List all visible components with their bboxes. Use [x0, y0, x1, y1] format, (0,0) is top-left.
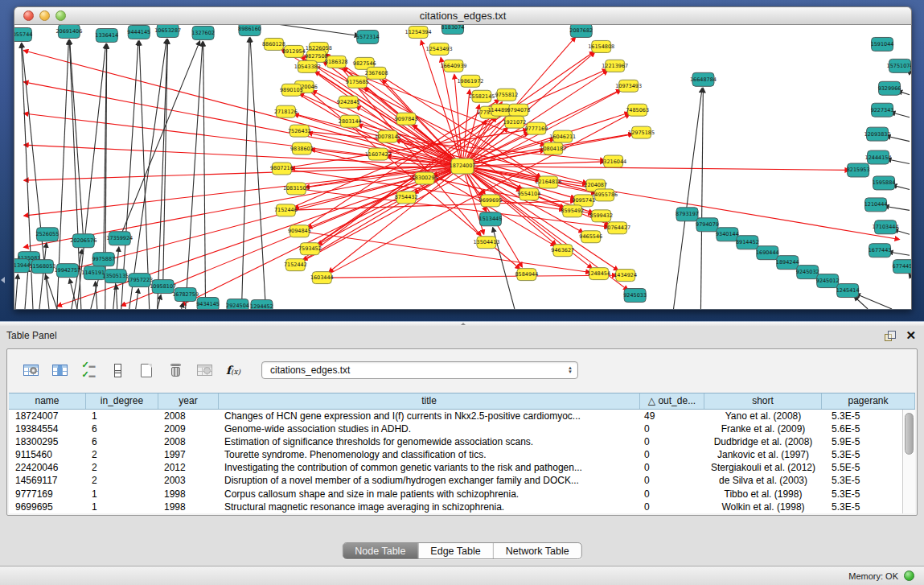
table-cell[interactable]: 2008	[158, 410, 219, 422]
table-cell[interactable]: 2009	[158, 422, 219, 435]
network-node[interactable]: 7152446	[274, 204, 298, 216]
network-node[interactable]: 12093832	[864, 127, 891, 141]
network-node[interactable]: 20206576	[70, 234, 97, 248]
table-cell[interactable]: Changes of HCN gene expression and I(f) …	[219, 410, 640, 422]
table-cell[interactable]: Estimation of significance thresholds fo…	[219, 435, 640, 448]
network-node[interactable]: 8599432	[589, 210, 613, 222]
network-edge[interactable]	[163, 39, 168, 286]
network-edge[interactable]	[322, 275, 616, 278]
network-node[interactable]: 10973493	[615, 80, 642, 92]
network-node[interactable]: 10543382	[294, 60, 321, 72]
network-node[interactable]: 12213967	[602, 60, 628, 72]
network-node[interactable]: 2087682	[569, 25, 593, 37]
table-row[interactable]: 911546021997Tourette syndrome. Phenomeno…	[9, 448, 915, 461]
table-cell[interactable]: 2012	[158, 461, 219, 474]
network-node[interactable]: 18724007	[450, 159, 476, 174]
network-node[interactable]: 9175685	[346, 76, 369, 88]
float-panel-icon[interactable]	[885, 330, 896, 341]
network-node[interactable]: 1245414	[836, 284, 860, 298]
network-node[interactable]: 10831503	[283, 183, 310, 195]
network-node[interactable]: 9794078	[507, 104, 530, 116]
table-cell[interactable]: 1998	[158, 501, 219, 513]
network-node[interactable]: 9242845	[337, 96, 360, 108]
network-node[interactable]: 12975185	[628, 126, 655, 138]
network-node[interactable]: 9465546	[579, 231, 602, 243]
network-node[interactable]: 8793197	[676, 208, 699, 221]
network-node[interactable]: 9554104	[517, 188, 540, 200]
network-node[interactable]: 10804187	[540, 142, 566, 154]
network-edge[interactable]	[24, 51, 462, 167]
network-node[interactable]: 16154808	[588, 40, 614, 52]
network-node[interactable]: 10653287	[154, 25, 181, 37]
table-scrollbar[interactable]	[902, 410, 915, 513]
network-node[interactable]: 12543493	[426, 43, 453, 55]
network-edge[interactable]	[329, 167, 462, 273]
network-node[interactable]: 17103444	[873, 220, 899, 234]
table-row[interactable]: 1872400712008Changes of HCN gene express…	[9, 410, 915, 422]
network-node[interactable]: 11607427	[365, 148, 392, 160]
network-node[interactable]: 1210444	[864, 198, 888, 212]
network-edge[interactable]	[76, 167, 462, 269]
network-node[interactable]: 9094845	[288, 225, 311, 237]
table-cell[interactable]: Franke et al. (2009)	[704, 422, 822, 435]
network-edge[interactable]	[909, 274, 910, 274]
table-cell[interactable]: 18724007	[9, 410, 86, 422]
table-row[interactable]: 2242004622012Investigating the contribut…	[9, 461, 915, 474]
table-cell[interactable]: 5.9E-5	[822, 435, 915, 448]
row-options-icon[interactable]	[105, 360, 129, 381]
network-edge[interactable]	[121, 41, 138, 309]
new-column-icon[interactable]	[134, 360, 158, 381]
network-node[interactable]: 9245033	[623, 289, 647, 303]
table-cell[interactable]: Corpus callosum shape and size in male p…	[219, 488, 640, 501]
network-node[interactable]: 10764427	[604, 222, 630, 234]
table-cell[interactable]: 0	[640, 448, 704, 461]
network-node[interactable]: 5572314	[356, 30, 380, 43]
table-cell[interactable]: 2008	[158, 435, 219, 448]
table-cell[interactable]: 0	[640, 488, 704, 501]
network-node[interactable]: 8584944	[515, 269, 538, 281]
table-row[interactable]: 1938455462009Genome-wide association stu…	[9, 422, 915, 435]
network-node[interactable]: 13505135	[102, 270, 129, 283]
network-node[interactable]: 8595492	[561, 205, 584, 217]
column-header-title[interactable]: title	[219, 393, 640, 409]
network-node[interactable]: 7152442	[284, 259, 307, 271]
table-cell[interactable]: 2	[86, 474, 158, 487]
network-node[interactable]: 1690444	[756, 246, 779, 260]
network-graph[interactable]: 1872400711254394125434931664093919861972…	[14, 25, 911, 309]
network-node[interactable]: 9227343	[871, 103, 894, 117]
network-node[interactable]: 2055744	[14, 27, 32, 41]
network-edge[interactable]	[181, 167, 462, 306]
network-node[interactable]: 8183074	[441, 25, 465, 34]
column-header-short[interactable]: short	[704, 393, 822, 409]
network-edge[interactable]	[182, 303, 183, 309]
network-node[interactable]: 9838602	[290, 142, 314, 154]
network-node[interactable]: 1336414	[95, 28, 118, 42]
network-node[interactable]: 1434924	[614, 270, 637, 282]
network-node[interactable]: 20691406	[55, 25, 82, 38]
table-cell[interactable]: 0	[640, 501, 704, 513]
tab-edge-table[interactable]: Edge Table	[417, 543, 492, 558]
network-node[interactable]: 16782759	[172, 288, 199, 302]
column-header-name[interactable]: name	[9, 393, 86, 409]
close-panel-icon[interactable]: ✕	[906, 330, 916, 341]
network-node[interactable]: 9463627	[551, 245, 574, 257]
network-node[interactable]: 1248454	[587, 268, 610, 280]
table-cell[interactable]: Dudbridge et al. (2008)	[704, 435, 822, 448]
network-node[interactable]: 9777169	[524, 122, 548, 134]
table-cell[interactable]: 1	[86, 410, 158, 422]
network-edge[interactable]	[856, 294, 892, 309]
table-cell[interactable]: 19384554	[9, 422, 86, 435]
table-cell[interactable]: 2	[86, 448, 158, 461]
network-node[interactable]: 15751074	[887, 59, 911, 72]
table-cell[interactable]: Tourette syndrome. Phenomenology and cla…	[219, 448, 640, 461]
table-cell[interactable]: 1	[86, 501, 158, 513]
network-node[interactable]: 7593452	[298, 243, 322, 255]
network-node[interactable]: 16648784	[690, 72, 717, 86]
network-node[interactable]: 1894244	[776, 256, 799, 270]
table-selector-dropdown[interactable]: citations_edges.txt ▲▼	[261, 361, 578, 379]
network-node[interactable]: 15582145	[468, 90, 495, 102]
network-node[interactable]: 9807216	[270, 163, 294, 175]
network-node[interactable]: 8912954	[282, 45, 306, 57]
network-edge[interactable]	[25, 267, 28, 309]
table-cell[interactable]: 5.5E-5	[822, 461, 915, 474]
